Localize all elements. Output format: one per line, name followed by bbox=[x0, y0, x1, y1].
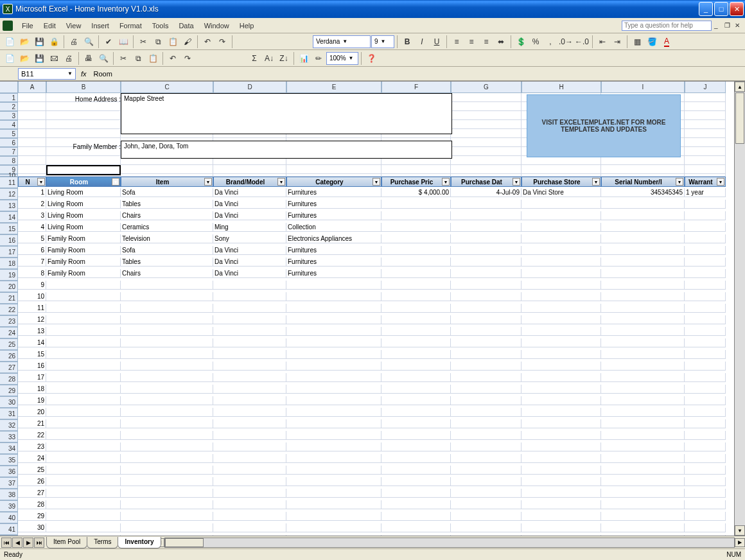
cell[interactable] bbox=[121, 165, 213, 174]
cell[interactable] bbox=[522, 442, 601, 451]
cell[interactable] bbox=[46, 147, 121, 156]
cell[interactable] bbox=[18, 147, 46, 156]
cell[interactable] bbox=[286, 165, 381, 174]
cell[interactable] bbox=[121, 500, 213, 509]
cell[interactable]: Ceramics bbox=[121, 223, 213, 232]
print-icon[interactable]: 🖨 bbox=[67, 35, 81, 49]
inc-decimal-icon[interactable]: .0→ bbox=[558, 35, 574, 49]
cell[interactable] bbox=[381, 304, 451, 313]
cell[interactable] bbox=[121, 338, 213, 347]
cell[interactable]: Da Vinci bbox=[213, 211, 286, 220]
cell[interactable]: 2 bbox=[18, 200, 46, 209]
cell[interactable] bbox=[685, 234, 726, 243]
cell[interactable]: 19 bbox=[18, 396, 46, 405]
row-header[interactable]: 39 bbox=[0, 500, 18, 512]
cell[interactable]: Sony bbox=[213, 234, 286, 243]
cell[interactable] bbox=[601, 523, 685, 532]
cell[interactable] bbox=[451, 431, 522, 440]
row-header[interactable]: 15 bbox=[0, 223, 18, 234]
cell[interactable] bbox=[601, 419, 685, 428]
cell[interactable]: Television bbox=[121, 234, 213, 243]
cell[interactable]: 26 bbox=[18, 477, 46, 486]
cell[interactable] bbox=[213, 281, 286, 290]
sheet-tab-terms[interactable]: Terms bbox=[87, 537, 118, 548]
cell[interactable] bbox=[46, 419, 121, 428]
menu-tools[interactable]: Tools bbox=[147, 21, 174, 31]
cell[interactable] bbox=[601, 281, 685, 290]
scroll-up-icon[interactable]: ▲ bbox=[735, 82, 745, 92]
filter-serial[interactable]: Serial Number/I▼ bbox=[601, 177, 685, 187]
row-header[interactable]: 11 bbox=[0, 177, 18, 188]
menu-format[interactable]: Format bbox=[114, 21, 147, 31]
row-header[interactable]: 5 bbox=[0, 129, 18, 138]
cell[interactable] bbox=[601, 385, 685, 394]
menu-edit[interactable]: Edit bbox=[39, 21, 61, 31]
cell[interactable] bbox=[286, 466, 381, 475]
cell[interactable] bbox=[522, 500, 601, 509]
cell[interactable] bbox=[381, 234, 451, 243]
drawing-icon[interactable]: ✏ bbox=[311, 51, 326, 66]
cell[interactable] bbox=[121, 292, 213, 301]
cell[interactable] bbox=[381, 454, 451, 463]
horizontal-scrollbar[interactable]: ◀ ▶ bbox=[164, 538, 735, 548]
cell[interactable] bbox=[213, 373, 286, 382]
cell[interactable] bbox=[522, 165, 601, 174]
cell[interactable] bbox=[18, 120, 46, 129]
cell[interactable] bbox=[46, 111, 121, 120]
cell[interactable] bbox=[601, 200, 685, 209]
app-menu-icon[interactable] bbox=[3, 21, 13, 31]
cell[interactable] bbox=[46, 93, 121, 102]
paste-icon[interactable]: 📋 bbox=[166, 35, 180, 49]
row-header[interactable]: 32 bbox=[0, 419, 18, 431]
cell[interactable]: Living Room bbox=[46, 200, 121, 209]
cell[interactable] bbox=[685, 431, 726, 440]
cell[interactable] bbox=[685, 165, 726, 174]
doc-minimize-button[interactable]: _ bbox=[714, 22, 722, 30]
cell[interactable] bbox=[46, 442, 121, 451]
menu-data[interactable]: Data bbox=[173, 21, 198, 31]
cell[interactable]: Chairs bbox=[121, 269, 213, 278]
cell[interactable] bbox=[522, 156, 601, 165]
help-icon[interactable]: ❓ bbox=[364, 51, 378, 66]
col-header[interactable]: J bbox=[685, 82, 726, 93]
cell[interactable] bbox=[601, 431, 685, 440]
cell[interactable] bbox=[522, 523, 601, 532]
col-header[interactable]: C bbox=[121, 82, 213, 93]
cell[interactable] bbox=[685, 396, 726, 405]
cell[interactable] bbox=[522, 327, 601, 336]
font-color-icon[interactable]: A bbox=[660, 35, 674, 49]
sheet-tab-inventory[interactable]: Inventory bbox=[118, 537, 161, 548]
cell[interactable] bbox=[451, 223, 522, 232]
cell[interactable]: Furnitures bbox=[286, 211, 381, 220]
cell[interactable] bbox=[213, 408, 286, 417]
cell[interactable] bbox=[18, 129, 46, 138]
cell[interactable]: 29 bbox=[18, 512, 46, 521]
cell[interactable] bbox=[381, 223, 451, 232]
cell[interactable] bbox=[286, 477, 381, 486]
row-header[interactable]: 7 bbox=[0, 147, 18, 156]
cell[interactable] bbox=[685, 120, 726, 129]
cell[interactable] bbox=[601, 246, 685, 255]
cell[interactable] bbox=[286, 408, 381, 417]
cell[interactable] bbox=[601, 269, 685, 278]
cell[interactable] bbox=[451, 211, 522, 220]
cell[interactable] bbox=[46, 281, 121, 290]
cell[interactable] bbox=[381, 512, 451, 521]
cell[interactable] bbox=[601, 292, 685, 301]
cell[interactable] bbox=[213, 338, 286, 347]
cell[interactable] bbox=[46, 304, 121, 313]
cell[interactable]: Da Vinci Store bbox=[522, 188, 601, 197]
cell[interactable] bbox=[286, 442, 381, 451]
cell[interactable]: 15 bbox=[18, 350, 46, 359]
cell[interactable] bbox=[286, 338, 381, 347]
cell[interactable]: 20 bbox=[18, 408, 46, 417]
cell[interactable] bbox=[286, 292, 381, 301]
cell[interactable] bbox=[451, 454, 522, 463]
menu-file[interactable]: File bbox=[17, 21, 39, 31]
cell[interactable]: 5 bbox=[18, 234, 46, 243]
cell[interactable]: Family Room bbox=[46, 258, 121, 267]
cell[interactable] bbox=[286, 304, 381, 313]
row-header[interactable]: 35 bbox=[0, 454, 18, 466]
cell[interactable] bbox=[685, 156, 726, 165]
cell[interactable]: 18 bbox=[18, 385, 46, 394]
